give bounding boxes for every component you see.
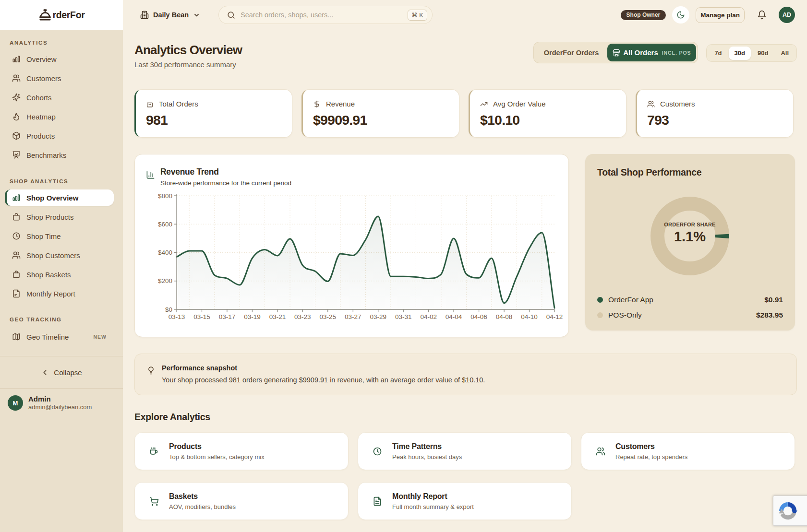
svg-text:03-13: 03-13: [169, 313, 185, 320]
svg-text:03-31: 03-31: [395, 313, 412, 320]
svg-text:04-06: 04-06: [470, 313, 487, 320]
svg-text:04-08: 04-08: [496, 313, 513, 320]
svg-text:ORDERFOR SHARE: ORDERFOR SHARE: [664, 222, 715, 227]
svg-text:03-27: 03-27: [345, 313, 361, 320]
svg-text:04-10: 04-10: [521, 313, 538, 320]
svg-text:$200: $200: [158, 277, 172, 284]
svg-text:03-23: 03-23: [294, 313, 311, 320]
svg-text:03-29: 03-29: [370, 313, 386, 320]
svg-text:04-04: 04-04: [446, 313, 462, 320]
svg-text:03-25: 03-25: [320, 313, 337, 320]
svg-text:04-02: 04-02: [420, 313, 437, 320]
svg-text:$0: $0: [165, 306, 172, 313]
svg-text:$800: $800: [158, 192, 172, 200]
svg-text:04-12: 04-12: [546, 313, 563, 320]
svg-text:03-19: 03-19: [244, 313, 261, 320]
svg-text:1.1%: 1.1%: [674, 229, 706, 244]
svg-text:$400: $400: [158, 249, 172, 256]
svg-text:$600: $600: [158, 221, 172, 228]
svg-text:03-15: 03-15: [193, 313, 210, 320]
svg-text:03-21: 03-21: [269, 313, 286, 320]
svg-text:03-17: 03-17: [219, 313, 236, 320]
